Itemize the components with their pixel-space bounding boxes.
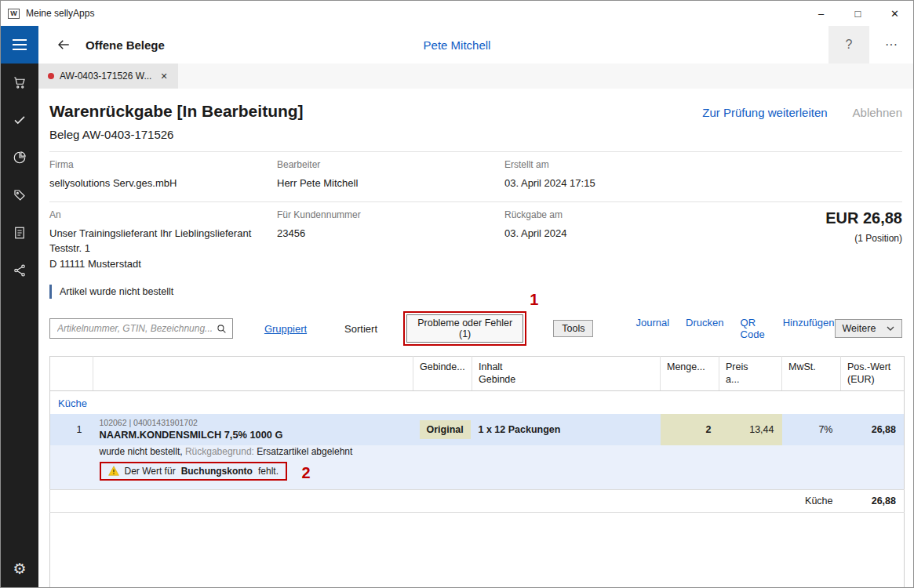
positions-table: Gebinde... InhaltGebinde Menge... Preisa… (49, 356, 905, 587)
group-total-value: 26,88 (841, 490, 905, 513)
cart-icon (13, 75, 27, 89)
back-arrow-icon (56, 38, 71, 52)
hamburger-menu-button[interactable] (1, 26, 38, 64)
more-dropdown-button[interactable]: Weitere (835, 319, 902, 338)
back-button[interactable] (48, 26, 79, 64)
checkmark-icon (13, 113, 27, 127)
group-total-label: Küche (50, 490, 841, 513)
field-value: 23456 (277, 226, 504, 241)
field-value: 03. April 2024 (504, 226, 701, 241)
pie-chart-icon (13, 151, 27, 165)
tab-document[interactable]: AW-0403-171526 W... ✕ (38, 64, 178, 89)
article-codes: 102062 | 04001431901702 (100, 418, 407, 427)
tab-bar: AW-0403-171526 W... ✕ (38, 64, 913, 89)
print-link[interactable]: Drucken (686, 317, 723, 340)
field-label: Firma (49, 159, 277, 170)
column-header-article (93, 357, 413, 391)
column-header-poswert: Pos.-Wert(EUR) (841, 357, 905, 391)
document-fields-row-1: Firma sellysolutions Serv.ges.mbH Bearbe… (49, 151, 902, 202)
qr-code-link[interactable]: QR Code (741, 317, 767, 340)
article-cell: 102062 | 04001431901702 NAARM.KONDENSMIL… (93, 414, 413, 445)
field-value: sellysolutions Serv.ges.mbH (49, 176, 277, 191)
gebinde-badge: Original (420, 420, 471, 439)
gear-icon: ⚙ (13, 560, 26, 578)
annotation-callout-2: 2 (301, 464, 310, 482)
field-erstellt-am: Erstellt am 03. April 2024 17:15 (504, 159, 902, 191)
sidebar-item-tasks[interactable] (1, 101, 38, 139)
field-bearbeiter: Bearbeiter Herr Pete Mitchell (277, 159, 504, 191)
settings-button[interactable]: ⚙ (1, 552, 38, 585)
sidebar-item-share[interactable] (1, 252, 38, 289)
app-header: Offene Belege Pete Mitchell ? ··· (1, 26, 913, 64)
toolbar-links: Journal Drucken QR Code Hinzufügen (635, 317, 834, 340)
sidebar-item-statistics[interactable] (1, 139, 38, 176)
document-total: EUR 26,88 (1 Position) (701, 209, 902, 272)
title-bar: W Meine sellyApps – □ ✕ (1, 1, 913, 26)
field-label: An (49, 209, 277, 220)
sidebar-nav: ⚙ (1, 64, 38, 587)
minimize-button[interactable]: – (803, 1, 839, 26)
menge-cell[interactable]: 2 (661, 414, 719, 445)
table-header-row: Gebinde... InhaltGebinde Menge... Preisa… (50, 357, 905, 391)
field-label: Bearbeiter (277, 159, 504, 170)
column-header-menge: Menge... (661, 357, 719, 391)
maximize-button[interactable]: □ (839, 1, 876, 26)
column-header-gebinde: Gebinde... (413, 357, 472, 391)
group-header-row: Küche (50, 390, 905, 414)
window-title: Meine sellyApps (26, 8, 94, 19)
column-header-inhalt: InhaltGebinde (472, 357, 661, 391)
field-label: Erstellt am (504, 159, 902, 170)
sidebar-item-prices[interactable] (1, 176, 38, 214)
row-note: wurde nicht bestellt, Rückgabegrund: Ers… (50, 445, 905, 462)
preis-cell[interactable]: 13,44 (719, 414, 782, 445)
position-count: (1 Position) (701, 233, 902, 244)
add-link[interactable]: Hinzufügen (783, 317, 835, 340)
document-fields-row-2: An Unser Trainingslieferant Ihr Liebling… (49, 202, 902, 278)
sorted-toggle[interactable]: Sortiert (344, 323, 377, 335)
more-options-button[interactable]: ··· (869, 26, 913, 64)
search-icon[interactable] (217, 324, 227, 334)
article-search-box (49, 318, 233, 339)
inhalt-cell: 1 x 12 Packungen (472, 414, 661, 445)
field-label: Rückgabe am (504, 209, 701, 220)
article-name: NAARM.KONDENSMILCH 7,5% 1000 G (100, 429, 407, 441)
recipient-address: Unser Trainingslieferant Ihr Lieblingsli… (49, 226, 277, 272)
share-icon (13, 263, 27, 278)
field-label: Für Kundennummer (277, 209, 504, 220)
field-value: Herr Pete Mitchell (277, 176, 504, 191)
current-user[interactable]: Pete Mitchell (424, 38, 491, 52)
field-kundennummer: Für Kundennummer 23456 (277, 209, 504, 272)
close-button[interactable]: ✕ (876, 1, 913, 26)
warning-icon (108, 466, 119, 476)
field-value: 03. April 2024 17:15 (504, 176, 902, 191)
field-an: An Unser Trainingslieferant Ihr Liebling… (49, 209, 277, 272)
journal-link[interactable]: Journal (635, 317, 669, 340)
app-window: W Meine sellyApps – □ ✕ Offene Belege Pe… (0, 0, 914, 588)
sidebar-item-reports[interactable] (1, 214, 38, 252)
tab-label: AW-0403-171526 W... (60, 71, 151, 82)
gebinde-cell: Original (413, 414, 472, 445)
search-input[interactable] (56, 322, 217, 335)
column-header-preis: Preisa... (719, 357, 782, 391)
column-header-pos (50, 357, 93, 391)
tab-close-icon[interactable]: ✕ (157, 70, 170, 83)
problems-errors-button[interactable]: Probleme oder Fehler (1) (406, 314, 523, 343)
document-note: Artikel wurde nicht bestellt (49, 285, 173, 299)
reject-link[interactable]: Ablehnen (853, 106, 902, 119)
help-button[interactable]: ? (828, 26, 869, 64)
validation-warning: Der Wert für Buchungskonto fehlt. (100, 462, 287, 481)
items-toolbar: Gruppiert Sortiert Probleme oder Fehler … (49, 311, 902, 346)
annotation-callout-1: 1 (530, 291, 538, 309)
field-firma: Firma sellysolutions Serv.ges.mbH (49, 159, 277, 191)
tools-button[interactable]: Tools (553, 320, 593, 337)
position-number: 1 (50, 414, 93, 445)
row-note-text: wurde nicht bestellt, Rückgabegrund: Ers… (93, 445, 905, 462)
sidebar-item-cart[interactable] (1, 64, 38, 101)
hamburger-icon (13, 39, 27, 41)
unsaved-indicator-dot (48, 73, 54, 79)
table-row[interactable]: 1 102062 | 04001431901702 NAARM.KONDENSM… (50, 414, 905, 445)
annotation-box-1: Probleme oder Fehler (1) 1 (403, 311, 526, 346)
forward-for-review-link[interactable]: Zur Prüfung weiterleiten (702, 106, 827, 119)
main-content: Warenrückgabe [In Bearbeitung] Zur Prüfu… (38, 89, 913, 587)
grouped-toggle[interactable]: Gruppiert (264, 323, 307, 335)
